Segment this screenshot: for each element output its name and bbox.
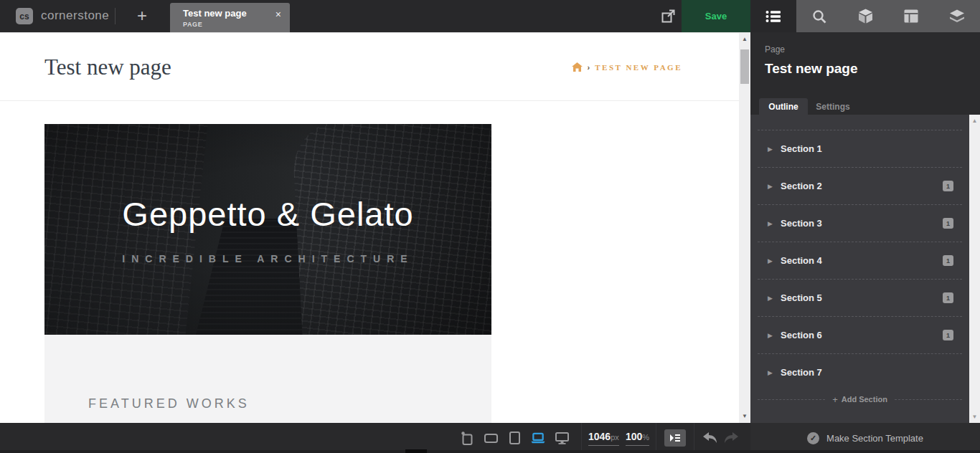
- section-label: Section 3: [781, 218, 943, 229]
- canvas-zoom-unit: %: [642, 433, 649, 442]
- templates-panel-button[interactable]: [888, 0, 934, 32]
- expand-caret-icon[interactable]: ▶: [768, 332, 778, 339]
- breadcrumb-current[interactable]: TEST NEW PAGE: [595, 63, 682, 72]
- bottom-bar: 1046px 100%: [0, 423, 750, 453]
- sidebar-page-title: Test new page: [765, 61, 858, 77]
- section-count-badge: 1: [943, 218, 953, 229]
- outline-section-row[interactable]: ▶Section 41: [750, 242, 969, 279]
- canvas-width-value[interactable]: 1046: [588, 431, 611, 442]
- hero-section[interactable]: Geppetto & Gelato INCREDIBLE ARCHITECTUR…: [44, 124, 491, 335]
- outline-section-row[interactable]: ▶Section 21: [750, 168, 969, 204]
- layers-panel-button[interactable]: [934, 0, 980, 32]
- redo-arrow-icon: [724, 432, 738, 444]
- outline-section-row[interactable]: ▶Section 1: [750, 130, 969, 167]
- sidebar-scrollbar[interactable]: ▲ ▼: [969, 115, 980, 423]
- expand-caret-icon[interactable]: ▶: [768, 220, 778, 227]
- canvas-zoom-value[interactable]: 100: [626, 431, 642, 442]
- make-section-template-button[interactable]: ✓ Make Section Template: [750, 423, 980, 453]
- outline-section-row[interactable]: ▶Section 31: [750, 205, 969, 242]
- make-section-template-label: Make Section Template: [826, 433, 923, 444]
- featured-works-heading: FEATURED WORKS: [88, 396, 250, 411]
- scroll-down-icon[interactable]: ▼: [969, 414, 980, 420]
- add-section-button[interactable]: +Add Section: [825, 394, 895, 405]
- new-tab-button[interactable]: +: [131, 3, 153, 29]
- open-in-new-icon: [661, 9, 675, 23]
- save-button[interactable]: Save: [682, 0, 750, 32]
- expand-caret-icon[interactable]: ▶: [768, 257, 778, 264]
- hero-title[interactable]: Geppetto & Gelato: [44, 194, 491, 234]
- expand-caret-icon[interactable]: ▶: [768, 183, 778, 190]
- cornerstone-app: cs cornerstone + Test new page PAGE × Sa…: [0, 0, 980, 453]
- divider: [115, 8, 116, 24]
- device-desktop-button[interactable]: [555, 431, 569, 445]
- tab-settings[interactable]: Settings: [811, 98, 855, 115]
- tablet-icon: [509, 431, 520, 444]
- home-icon[interactable]: [572, 62, 583, 72]
- outline-list-icon: [765, 10, 781, 23]
- outline-section-row[interactable]: ▶Section 51: [750, 280, 969, 316]
- tab-outline[interactable]: Outline: [759, 98, 808, 115]
- scroll-up-icon[interactable]: ▲: [739, 36, 750, 42]
- expand-caret-icon[interactable]: ▶: [768, 295, 778, 302]
- hero-subtitle[interactable]: INCREDIBLE ARCHITECTURE: [44, 253, 491, 264]
- document-tab[interactable]: Test new page PAGE ×: [170, 3, 290, 32]
- divider: [694, 423, 694, 453]
- preview-page-title[interactable]: Test new page: [44, 54, 171, 80]
- open-preview-button[interactable]: [654, 0, 682, 32]
- canvas-zoom-control[interactable]: 100%: [626, 423, 649, 453]
- check-circle-icon: ✓: [807, 432, 819, 444]
- device-tablet-button[interactable]: [507, 431, 522, 445]
- phone-landscape-icon: [484, 434, 498, 443]
- window-bottom-edge: [0, 450, 980, 453]
- undo-arrow-icon: [703, 432, 717, 444]
- sidebar-context-label: Page: [765, 44, 785, 54]
- preview-scrollbar-thumb[interactable]: [740, 49, 749, 84]
- skip-list-icon: [669, 434, 681, 442]
- breadcrumb: › TEST NEW PAGE: [572, 62, 682, 72]
- scroll-down-icon[interactable]: ▼: [739, 413, 750, 419]
- redo-button[interactable]: [722, 423, 740, 453]
- horizontal-scrollbar-thumb[interactable]: [405, 449, 427, 453]
- breakpoint-manager-button[interactable]: [664, 429, 686, 447]
- scroll-up-icon[interactable]: ▲: [969, 118, 980, 124]
- layout-icon: [904, 9, 918, 23]
- section-label: Section 4: [781, 255, 943, 266]
- section-label: Section 2: [781, 181, 943, 191]
- add-section-label: Add Section: [842, 395, 887, 404]
- preview-canvas: Test new page › TEST NEW PAGE Geppetto &…: [0, 32, 750, 423]
- section-label: Section 7: [781, 367, 943, 378]
- device-phone-landscape-button[interactable]: [484, 431, 498, 445]
- expand-caret-icon[interactable]: ▶: [768, 146, 778, 153]
- preview-scrollbar[interactable]: ▲ ▼: [739, 33, 750, 423]
- add-section-row: +Add Section: [750, 391, 969, 408]
- desktop-icon: [555, 432, 569, 444]
- outline-section-row[interactable]: ▶Section 7: [750, 354, 969, 391]
- tab-type-label: PAGE: [183, 21, 280, 28]
- device-phone-portrait-button[interactable]: [460, 431, 474, 445]
- section-count-badge: 1: [943, 181, 953, 191]
- section-label: Section 1: [781, 143, 943, 154]
- outline-panel-button[interactable]: [750, 0, 796, 32]
- close-tab-icon[interactable]: ×: [275, 9, 281, 19]
- canvas-width-control[interactable]: 1046px: [588, 423, 619, 453]
- elements-panel-button[interactable]: [842, 0, 888, 32]
- inspector-sidebar: Page Test new page Outline Settings ▶Sec…: [750, 32, 980, 423]
- featured-works-section[interactable]: FEATURED WORKS: [44, 335, 491, 423]
- search-panel-button[interactable]: [796, 0, 842, 32]
- search-icon: [812, 9, 826, 24]
- section-label: Section 5: [781, 292, 943, 303]
- outline-section-row[interactable]: ▶Section 61: [750, 317, 969, 353]
- laptop-icon: [531, 432, 545, 444]
- plus-icon: +: [832, 394, 838, 405]
- expand-caret-icon[interactable]: ▶: [768, 369, 778, 376]
- brand-name: cornerstone: [41, 9, 109, 23]
- section-label: Section 6: [781, 330, 943, 340]
- device-switcher: [460, 423, 569, 453]
- device-laptop-button[interactable]: [531, 431, 545, 445]
- dashed-line: [758, 399, 825, 400]
- sidebar-toolbar: [750, 0, 980, 32]
- undo-button[interactable]: [701, 423, 720, 453]
- section-count-badge: 1: [943, 330, 953, 340]
- section-count-badge: 1: [943, 255, 953, 266]
- canvas-width-unit: px: [611, 433, 619, 442]
